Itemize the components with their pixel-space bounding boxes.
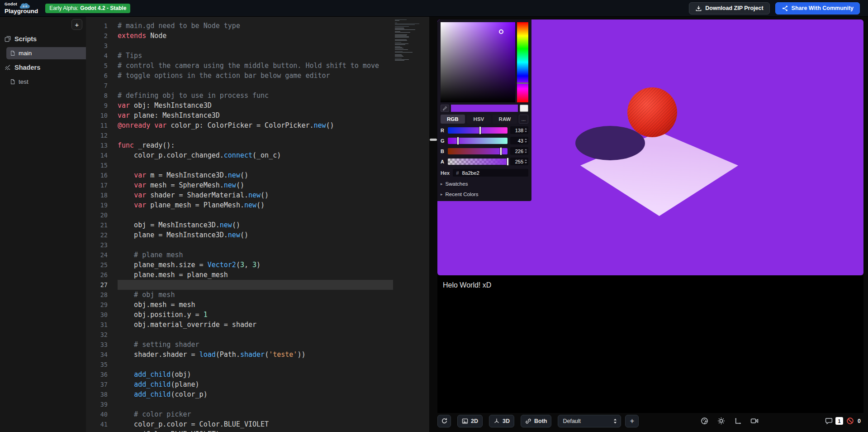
comments-icon[interactable] — [824, 415, 833, 427]
line-number: 32 — [86, 330, 108, 340]
console-output: Helo World! xD — [437, 275, 863, 413]
code-line[interactable] — [118, 330, 393, 340]
camera-icon[interactable] — [748, 415, 761, 427]
tab-rgb[interactable]: RGB — [441, 115, 465, 124]
code-line[interactable] — [118, 130, 393, 140]
editor-minimap[interactable] — [395, 19, 423, 61]
hue-handle-icon[interactable] — [517, 82, 529, 84]
saturation-value-square[interactable] — [441, 22, 515, 102]
code-line[interactable]: (Color.BLUE_VIOLET) — [118, 429, 393, 432]
code-line[interactable]: # control the camera using the middle bu… — [118, 61, 393, 71]
code-line[interactable] — [118, 360, 393, 370]
code-line[interactable]: obj.material_override = shader — [118, 320, 393, 330]
add-file-button[interactable]: + — [71, 19, 82, 30]
blue-slider[interactable] — [448, 148, 508, 154]
code-line[interactable] — [118, 160, 393, 170]
code-line[interactable]: shader.shader = load(Path.shader('teste'… — [118, 350, 393, 360]
spinbox-arrows-icon[interactable] — [524, 127, 527, 133]
code-line[interactable]: var obj: MeshInstance3D — [118, 101, 393, 110]
code-line[interactable]: plane = MeshInstance3D.new() — [118, 230, 393, 240]
code-line[interactable]: func _ready(): — [118, 140, 393, 150]
code-line[interactable]: # setting shader — [118, 340, 393, 350]
code-line[interactable]: obj.mesh = mesh — [118, 300, 393, 310]
code-line[interactable] — [118, 280, 393, 290]
hue-bar[interactable] — [517, 22, 528, 102]
alpha-slider-handle[interactable] — [507, 158, 508, 165]
tab-hsv[interactable]: HSV — [467, 115, 491, 124]
transform-tool-icon[interactable] — [731, 415, 744, 427]
sidebar-item-test[interactable]: test — [6, 76, 86, 88]
code-line[interactable] — [118, 41, 393, 51]
theme-palette-icon[interactable] — [698, 415, 711, 427]
code-line[interactable]: var shader = ShaderMaterial.new() — [118, 190, 393, 200]
sv-cursor-icon[interactable] — [499, 29, 503, 34]
scene-select-dropdown[interactable]: Default — [558, 415, 621, 427]
code-line[interactable] — [118, 240, 393, 250]
code-line[interactable]: plane.mesh = plane_mesh — [118, 270, 393, 280]
sidebar-item-main[interactable]: main — [6, 47, 86, 59]
app-logo[interactable]: Godot Playground — [5, 2, 38, 14]
alpha-slider[interactable] — [448, 158, 508, 165]
code-line[interactable]: # toggle options in the action bar below… — [118, 71, 393, 81]
game-viewport[interactable]: RGB HSV RAW ... R 138 G — [437, 19, 863, 275]
blue-spinbox[interactable]: 226 — [510, 147, 528, 155]
red-slider-handle[interactable] — [479, 127, 481, 134]
sidebar-section-scripts[interactable]: Scripts — [0, 32, 86, 46]
code-line[interactable]: add_child(color_p) — [118, 389, 393, 399]
screen-pick-button[interactable] — [520, 105, 528, 112]
code-line[interactable] — [118, 210, 393, 220]
red-slider[interactable] — [448, 127, 508, 134]
eyedropper-button[interactable] — [441, 105, 449, 112]
share-community-button[interactable]: Share With Community — [775, 2, 860, 14]
spinbox-arrows-icon[interactable] — [524, 138, 527, 144]
code-line[interactable]: var mesh = SphereMesh.new() — [118, 180, 393, 190]
code-line[interactable]: @onready var color_p: ColorPicker = Colo… — [118, 120, 393, 130]
errors-icon[interactable] — [845, 415, 854, 427]
hex-input[interactable]: # 8a2be2 — [453, 169, 528, 177]
recent-colors-toggle[interactable]: ▸ Recent Colors — [441, 191, 528, 197]
code-line[interactable]: # Tips — [118, 51, 393, 61]
code-line[interactable] — [118, 81, 393, 91]
blue-slider-handle[interactable] — [500, 148, 502, 155]
code-line[interactable]: extends Node — [118, 31, 393, 41]
green-spinbox[interactable]: 43 — [510, 137, 528, 144]
swatches-toggle[interactable]: ▸ Swatches — [441, 181, 528, 187]
brightness-icon[interactable] — [715, 415, 727, 427]
view-3d-button[interactable]: 3D — [489, 415, 514, 427]
code-line[interactable]: color_p.color = Color.BLUE_VIOLET — [118, 419, 393, 429]
view-both-button[interactable]: Both — [521, 415, 551, 427]
sidebar-section-shaders[interactable]: Shaders — [0, 61, 86, 74]
splitter-handle-icon[interactable] — [430, 139, 437, 141]
green-slider[interactable] — [448, 138, 508, 144]
spinbox-arrows-icon[interactable] — [524, 158, 527, 164]
alpha-spinbox[interactable]: 255 — [510, 158, 528, 165]
code-line[interactable]: color_p.color_changed.connect(_on_c) — [118, 150, 393, 160]
code-line[interactable] — [118, 399, 393, 409]
code-line[interactable]: # plane mesh — [118, 250, 393, 260]
code-line[interactable]: plane_mesh.size = Vector2(3, 3) — [118, 260, 393, 270]
code-line[interactable]: var m = MeshInstance3D.new() — [118, 170, 393, 180]
red-spinbox[interactable]: 138 — [510, 126, 528, 134]
code-line[interactable]: obj.position.y = 1 — [118, 310, 393, 320]
code-line[interactable]: # obj mesh — [118, 290, 393, 300]
view-2d-button[interactable]: 2D — [457, 415, 483, 427]
code-editor[interactable]: 1234567891011121314151617181920212223242… — [86, 17, 429, 432]
panel-splitter[interactable] — [429, 17, 437, 432]
green-slider-handle[interactable] — [457, 137, 459, 144]
code-line[interactable]: obj = MeshInstance3D.new() — [118, 220, 393, 230]
spinbox-arrows-icon[interactable] — [524, 148, 527, 154]
code-line[interactable]: var plane_mesh = PlaneMesh.new() — [118, 200, 393, 210]
code-line[interactable]: # defining obj to use in process func — [118, 91, 393, 101]
picker-more-button[interactable]: ... — [519, 115, 528, 124]
code-area[interactable]: # main.gd need to be Node typeextends No… — [118, 21, 393, 432]
add-scene-button[interactable]: + — [625, 415, 639, 427]
tab-raw[interactable]: RAW — [493, 115, 517, 124]
code-line[interactable]: var plane: MeshInstance3D — [118, 110, 393, 120]
reload-button[interactable] — [437, 415, 451, 427]
code-line[interactable]: # main.gd need to be Node type — [118, 21, 393, 31]
code-line[interactable]: add_child(plane) — [118, 379, 393, 389]
code-line[interactable]: add_child(obj) — [118, 370, 393, 379]
code-line[interactable]: # color picker — [118, 409, 393, 419]
line-number: 42 — [86, 429, 108, 432]
download-zip-button[interactable]: Download ZIP Project — [689, 2, 769, 14]
